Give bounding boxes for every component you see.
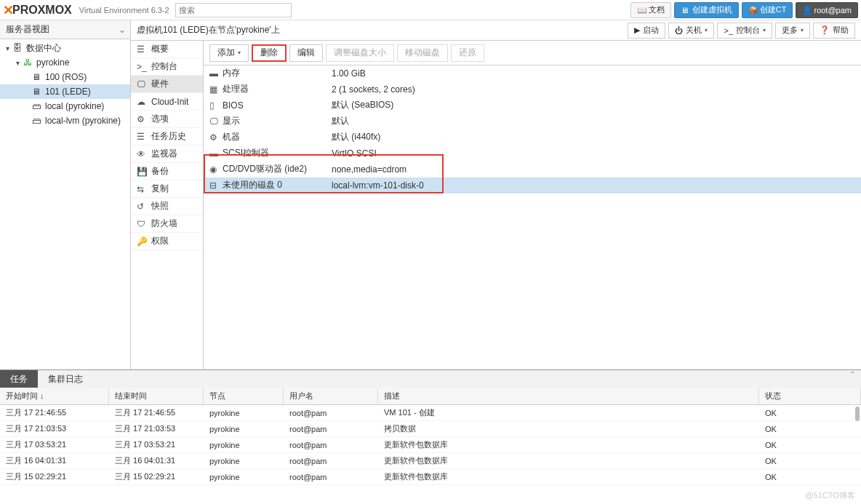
hw-row-unused-disk[interactable]: ⊟未使用的磁盘 0local-lvm:vm-101-disk-0	[204, 177, 861, 193]
vm-icon: 🖥	[32, 72, 42, 82]
col-node[interactable]: 节点	[204, 388, 284, 404]
search-input[interactable]	[175, 3, 292, 17]
collapse-icon[interactable]: ▾	[13, 58, 22, 67]
chevron-down-icon: ▾	[705, 27, 708, 33]
gear-icon: ⚙	[137, 114, 147, 124]
collapse-icon[interactable]: ▾	[3, 44, 12, 52]
log-body: 三月 17 21:46:55三月 17 21:46:55pyrokineroot…	[0, 405, 861, 504]
subtab-replication[interactable]: ⇆复制	[131, 180, 203, 198]
logo-icon: ✕	[3, 2, 12, 18]
tree-node-pyrokine[interactable]: ▾ 🖧 pyrokine	[0, 55, 130, 70]
subtab-monitor[interactable]: 👁监视器	[131, 145, 203, 163]
logo-text: PROXMOX	[12, 4, 72, 17]
tab-tasks[interactable]: 任务	[0, 370, 38, 388]
cpu-icon: ▦	[209, 84, 223, 95]
hdd-icon: ⊟	[209, 180, 223, 191]
node-icon: 🖧	[23, 57, 33, 68]
col-end[interactable]: 结束时间	[109, 388, 204, 404]
vm-icon: 🖥	[32, 87, 42, 97]
chip-icon: ▯	[209, 100, 223, 111]
save-icon: 💾	[137, 167, 147, 177]
col-user[interactable]: 用户名	[284, 388, 378, 404]
scrollbar-thumb[interactable]	[855, 407, 860, 421]
hw-row-machine[interactable]: ⚙机器默认 (i440fx)	[204, 129, 861, 145]
list-icon: ☰	[137, 132, 147, 142]
tree-vm-100[interactable]: 🖥 100 (ROS)	[0, 70, 130, 84]
memory-icon: ▬	[209, 68, 223, 79]
collapse-up-icon[interactable]: ⌃	[849, 370, 855, 378]
hw-row-memory[interactable]: ▬内存1.00 GiB	[204, 65, 861, 81]
remove-button[interactable]: 删除	[252, 44, 287, 62]
col-desc[interactable]: 描述	[378, 388, 759, 404]
hardware-toolbar: 添加▾ 删除 编辑 调整磁盘大小 移动磁盘 还原	[204, 41, 861, 65]
disc-icon: ◉	[209, 164, 223, 175]
play-icon: ▶	[634, 25, 640, 35]
doc-button[interactable]: 📖文档	[630, 2, 671, 18]
subtab-permissions[interactable]: 🔑权限	[131, 233, 203, 250]
subtab-taskhistory[interactable]: ☰任务历史	[131, 128, 203, 145]
storage-icon: 🗃	[32, 116, 42, 126]
subtab-options[interactable]: ⚙选项	[131, 111, 203, 128]
view-selector[interactable]: 服务器视图 ⌄	[0, 20, 130, 39]
edit-button[interactable]: 编辑	[289, 44, 323, 62]
log-row[interactable]: 三月 15 02:29:21三月 15 02:29:21pyrokineroot…	[0, 469, 861, 485]
subtab-backup[interactable]: 💾备份	[131, 163, 203, 180]
create-vm-button[interactable]: 🖥创建虚拟机	[674, 2, 739, 18]
resize-disk-button: 调整磁盘大小	[326, 44, 394, 62]
subtab-firewall[interactable]: 🛡防火墙	[131, 215, 203, 233]
log-header: 开始时间 ↓ 结束时间 节点 用户名 描述 状态	[0, 388, 861, 405]
content-body: ☰概要 >_控制台 🖵硬件 ☁Cloud-Init ⚙选项 ☰任务历史 👁监视器…	[131, 41, 861, 369]
chevron-down-icon: ⌄	[119, 25, 126, 35]
subtabs: ☰概要 >_控制台 🖵硬件 ☁Cloud-Init ⚙选项 ☰任务历史 👁监视器…	[131, 41, 204, 369]
tree-storage-local[interactable]: 🗃 local (pyrokine)	[0, 99, 130, 113]
move-disk-button: 移动磁盘	[397, 44, 448, 62]
log-row[interactable]: 三月 17 21:46:55三月 17 21:46:55pyrokineroot…	[0, 405, 861, 421]
log-row[interactable]: 三月 16 04:01:31三月 16 04:01:31pyrokineroot…	[0, 453, 861, 469]
help-button[interactable]: ❓帮助	[813, 23, 855, 39]
tree-datacenter[interactable]: ▾ 🗄 数据中心	[0, 41, 130, 55]
log-row[interactable]: 三月 17 03:53:21三月 17 03:53:21pyrokineroot…	[0, 437, 861, 453]
tree-storage-locallvm[interactable]: 🗃 local-lvm (pyrokine)	[0, 113, 130, 128]
create-ct-button[interactable]: 📦创建CT	[742, 2, 793, 18]
hw-row-cpu[interactable]: ▦处理器2 (1 sockets, 2 cores)	[204, 81, 861, 97]
chevron-down-icon: ▾	[763, 27, 766, 33]
desktop-icon: 🖥	[681, 6, 689, 15]
cloud-icon: ☁	[137, 97, 147, 107]
console-button[interactable]: >_控制台▾	[717, 23, 772, 39]
chevron-down-icon: ▾	[801, 27, 804, 33]
hw-row-scsi[interactable]: ▬SCSI控制器VirtIO SCSI	[204, 145, 861, 161]
revert-button: 还原	[451, 44, 484, 62]
watermark: @51CTO博客	[806, 490, 855, 501]
display-icon: 🖵	[209, 116, 223, 127]
main: 服务器视图 ⌄ ▾ 🗄 数据中心 ▾ 🖧 pyrokine 🖥 100 (ROS…	[0, 20, 861, 369]
subtab-console[interactable]: >_控制台	[131, 58, 203, 76]
hw-row-display[interactable]: 🖵显示默认	[204, 113, 861, 129]
storage-icon: 🗃	[32, 101, 42, 111]
subtab-summary[interactable]: ☰概要	[131, 41, 203, 58]
subtab-snapshots[interactable]: ↺快照	[131, 198, 203, 215]
subtab-hardware[interactable]: 🖵硬件	[131, 76, 203, 93]
col-start[interactable]: 开始时间 ↓	[0, 388, 109, 404]
log-row[interactable]: 三月 17 21:03:53三月 17 21:03:53pyrokineroot…	[0, 421, 861, 437]
terminal-icon: >_	[724, 26, 733, 35]
more-button[interactable]: 更多▾	[775, 23, 810, 39]
search-box	[175, 3, 292, 17]
content: 虚拟机101 (LEDE)在节点'pyrokine'上 ▶启动 ⏻关机▾ >_控…	[131, 20, 861, 369]
shutdown-button[interactable]: ⏻关机▾	[668, 23, 714, 39]
shield-icon: 🛡	[137, 219, 147, 229]
hardware-grid: ▬内存1.00 GiB ▦处理器2 (1 sockets, 2 cores) ▯…	[204, 65, 861, 369]
add-button[interactable]: 添加▾	[209, 44, 249, 62]
sidebar: 服务器视图 ⌄ ▾ 🗄 数据中心 ▾ 🖧 pyrokine 🖥 100 (ROS…	[0, 20, 131, 369]
monitor-icon: 🖵	[137, 79, 147, 89]
hw-row-bios[interactable]: ▯BIOS默认 (SeaBIOS)	[204, 97, 861, 113]
start-button[interactable]: ▶启动	[628, 23, 665, 39]
chevron-down-icon: ▾	[238, 49, 241, 56]
ve-version-label: Virtual Environment 6.3-2	[79, 6, 169, 15]
tree-vm-101[interactable]: 🖥 101 (LEDE)	[0, 84, 130, 99]
subtab-cloudinit[interactable]: ☁Cloud-Init	[131, 93, 203, 111]
tab-cluster-log[interactable]: 集群日志	[38, 370, 93, 388]
hw-row-cdrom[interactable]: ◉CD/DVD驱动器 (ide2)none,media=cdrom	[204, 161, 861, 177]
user-menu-button[interactable]: 👤root@pam	[796, 2, 858, 18]
hdd-icon: ▬	[209, 148, 223, 159]
col-status[interactable]: 状态	[759, 388, 861, 404]
